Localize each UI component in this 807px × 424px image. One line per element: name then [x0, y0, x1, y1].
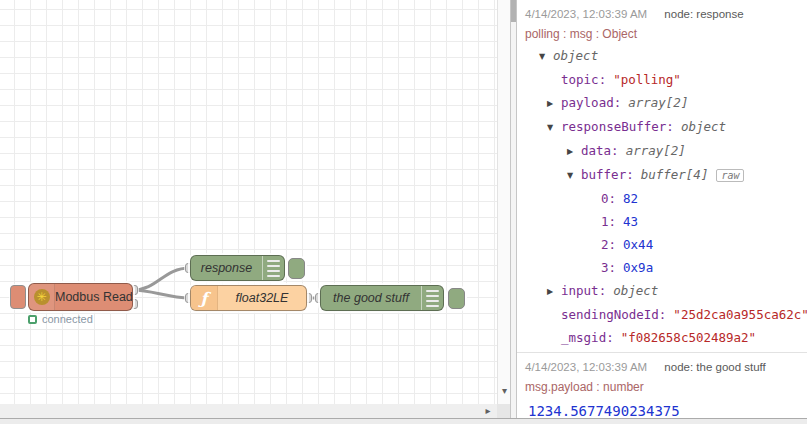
wires-layer — [0, 0, 497, 404]
debug-sidebar-icon — [421, 286, 443, 310]
tree-key: responseBuffer: — [561, 119, 674, 134]
expand-caret-icon[interactable]: ▶ — [567, 140, 581, 163]
tree-row: 0:82 — [525, 187, 799, 210]
tree-row: 2:0x44 — [525, 233, 799, 256]
tree-value: 0x44 — [623, 237, 653, 252]
tree-row[interactable]: ▼object — [525, 44, 799, 68]
modbus-icon-box: ✳ — [29, 284, 55, 310]
status-dot-icon — [28, 315, 37, 324]
tree-value: 82 — [623, 191, 638, 206]
modbus-gear-icon: ✳ — [34, 289, 50, 305]
tree-row: 3:0x9a — [525, 256, 799, 279]
tree-row[interactable]: ▼buffer:buffer[4]raw — [525, 163, 799, 187]
tree-key: data: — [581, 143, 619, 158]
modbus-status: connected — [28, 313, 93, 325]
tree-value: array[2] — [626, 143, 686, 158]
window-bottom-bar — [0, 418, 807, 424]
tree-value: array[2] — [628, 95, 688, 110]
tree-row[interactable]: ▶payload:array[2] — [525, 91, 799, 115]
node-modbus-read[interactable]: ✳ Modbus Read — [28, 283, 133, 311]
tree-row[interactable]: ▶input:object — [525, 279, 799, 303]
message-topic: polling : msg : Object — [525, 22, 799, 44]
vertical-scrollbar[interactable]: ▾ — [497, 0, 510, 404]
tree-value: buffer[4] — [641, 167, 709, 182]
goodstuff-enable-button[interactable] — [448, 288, 465, 309]
tree-key: 3: — [601, 260, 616, 275]
status-text: connected — [42, 313, 93, 325]
debug-message-header: 4/14/2023, 12:03:39 AM node: the good st… — [525, 357, 799, 375]
source-node-label: node: the good stuff — [664, 361, 765, 373]
tree-value: object — [553, 48, 598, 63]
debug-sidebar-icon — [262, 256, 284, 280]
tree-row[interactable]: ▼responseBuffer:object — [525, 115, 799, 139]
node-red-window: ✳ Modbus Read connected response ƒ float… — [0, 0, 807, 424]
sidebar-splitter[interactable] — [510, 0, 517, 418]
function-icon: ƒ — [191, 286, 218, 310]
wire-modbus-to-float32[interactable] — [133, 290, 190, 298]
tree-key: payload: — [561, 95, 621, 110]
tree-value: 43 — [623, 214, 638, 229]
node-label: float32LE — [218, 291, 306, 305]
modbus-trigger-button[interactable] — [10, 285, 26, 309]
tree-row: topic:"polling" — [525, 68, 799, 91]
tree-key: buffer: — [581, 167, 634, 182]
debug-message-header: 4/14/2023, 12:03:39 AM node: response — [525, 4, 799, 22]
timestamp: 4/14/2023, 12:03:39 AM — [525, 8, 647, 20]
node-label: the good stuff — [321, 291, 421, 305]
collapse-caret-icon[interactable]: ▼ — [539, 45, 553, 68]
tree-value: "25d2ca0a955ca62c" — [673, 307, 807, 322]
node-label: response — [191, 261, 262, 275]
tree-key: input: — [561, 283, 606, 298]
node-label: Modbus Read — [55, 290, 132, 304]
horizontal-scrollbar[interactable]: ▸ — [0, 404, 497, 418]
tree-row[interactable]: ▶data:array[2] — [525, 139, 799, 163]
collapse-caret-icon[interactable]: ▼ — [567, 164, 581, 187]
debug-message: 4/14/2023, 12:03:39 AM node: the good st… — [517, 353, 807, 418]
tree-key: 2: — [601, 237, 616, 252]
scroll-right-arrow-icon[interactable]: ▸ — [481, 404, 495, 418]
raw-button[interactable]: raw — [716, 169, 744, 182]
payload-value: 1234.5677490234375 — [525, 397, 799, 418]
collapse-caret-icon[interactable]: ▼ — [547, 116, 561, 139]
tree-key: 1: — [601, 214, 616, 229]
debug-sidebar[interactable]: 4/14/2023, 12:03:39 AM node: response po… — [517, 0, 807, 418]
wire-modbus-to-response[interactable] — [133, 268, 190, 290]
expand-caret-icon[interactable]: ▶ — [547, 92, 561, 115]
flow-canvas[interactable]: ✳ Modbus Read connected response ƒ float… — [0, 0, 497, 404]
tree-row: sendingNodeId:"25d2ca0a955ca62c" — [525, 303, 799, 326]
node-the-good-stuff[interactable]: the good stuff — [320, 285, 444, 311]
tree-key: 0: — [601, 191, 616, 206]
tree-key: sendingNodeId: — [561, 307, 666, 322]
tree-value: object — [681, 119, 726, 134]
debug-message: 4/14/2023, 12:03:39 AM node: response po… — [517, 0, 807, 353]
timestamp: 4/14/2023, 12:03:39 AM — [525, 361, 647, 373]
tree-key: _msgid: — [561, 330, 614, 345]
tree-key: topic: — [561, 72, 606, 87]
source-node-label: node: response — [664, 8, 743, 20]
node-response[interactable]: response — [190, 255, 285, 281]
splitter-handle[interactable] — [511, 0, 516, 22]
node-float32le[interactable]: ƒ float32LE — [190, 285, 307, 311]
message-topic: msg.payload : number — [525, 375, 799, 397]
response-enable-button[interactable] — [288, 258, 305, 279]
tree-row: 1:43 — [525, 210, 799, 233]
tree-value: "polling" — [613, 72, 681, 87]
expand-caret-icon[interactable]: ▶ — [547, 280, 561, 303]
tree-row: _msgid:"f082658c502489a2" — [525, 326, 799, 349]
tree-value: "f082658c502489a2" — [621, 330, 756, 345]
tree-value: object — [613, 283, 658, 298]
json-tree: ▼object topic:"polling" ▶payload:array[2… — [525, 44, 799, 349]
tree-value: 0x9a — [623, 260, 653, 275]
scrollbar-corner — [497, 404, 510, 418]
